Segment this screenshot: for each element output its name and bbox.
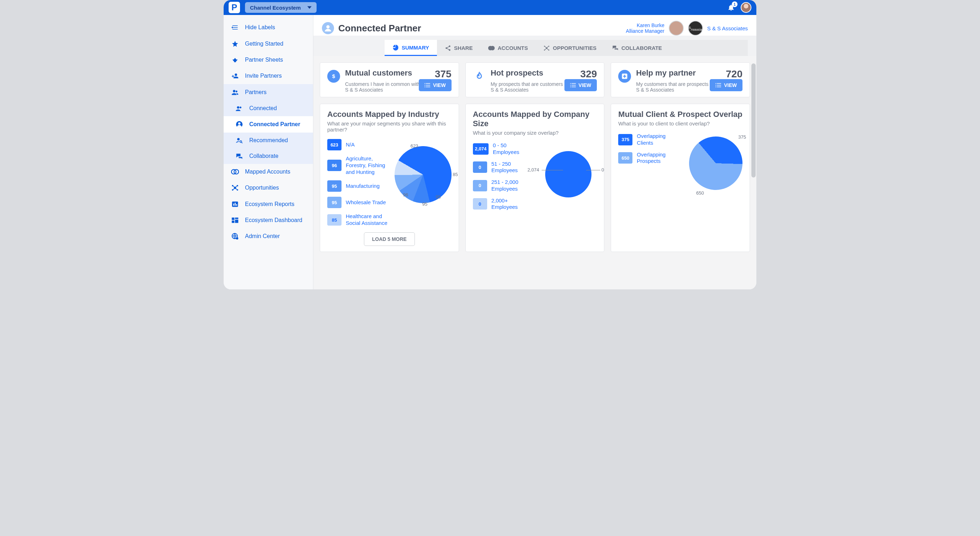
chart-title: Mutual Client & Prospect Overlap bbox=[618, 110, 743, 119]
load-more-button[interactable]: LOAD 5 MORE bbox=[364, 232, 415, 246]
scroll-area[interactable]: $ Mutual customers375 Customers I have i… bbox=[313, 56, 756, 289]
nav-label: Getting Started bbox=[245, 41, 283, 47]
sidebar-sub-connected-partner[interactable]: Connected Partner bbox=[224, 116, 313, 132]
svg-rect-20 bbox=[232, 218, 235, 220]
svg-point-25 bbox=[236, 237, 239, 240]
svg-point-8 bbox=[240, 141, 242, 142]
venn-icon bbox=[231, 169, 239, 175]
sidebar: Hide Labels Getting Started Partner Shee… bbox=[224, 15, 313, 289]
user-role: Alliance Manager bbox=[626, 28, 665, 34]
sidebar-item-getting-started[interactable]: Getting Started bbox=[224, 36, 313, 52]
chart-subtitle: What is your company size overlap? bbox=[473, 130, 597, 136]
svg-rect-17 bbox=[233, 204, 234, 206]
notifications-button[interactable]: 1 bbox=[727, 3, 735, 11]
person-search-icon bbox=[235, 137, 243, 144]
chat-icon bbox=[235, 153, 243, 159]
nav-label: Ecosystem Reports bbox=[245, 201, 294, 207]
chart-card-company-size: Accounts Mapped by Company Size What is … bbox=[465, 104, 605, 252]
sidebar-item-partners[interactable]: Partners bbox=[224, 84, 313, 100]
sidebar-item-admin-center[interactable]: Admin Center bbox=[224, 228, 313, 244]
kpi-title: Help my partner bbox=[636, 69, 696, 78]
bar-chart-icon bbox=[231, 201, 239, 208]
sidebar-hide-labels[interactable]: Hide Labels bbox=[224, 19, 313, 36]
legend-item[interactable]: 650Overlapping Prospects bbox=[618, 152, 683, 165]
svg-point-6 bbox=[238, 122, 241, 125]
header-partner-info: Karen Burke Alliance Manager S&SAssociat… bbox=[626, 21, 748, 36]
legend-item[interactable]: 623N/A bbox=[327, 139, 389, 150]
chart-subtitle: What is your to client to client overlap… bbox=[618, 120, 743, 126]
legend-item[interactable]: 95Wholesale Trade bbox=[327, 197, 389, 208]
legend-item[interactable]: 2,0740 - 50 Employees bbox=[473, 142, 535, 156]
legend-item[interactable]: 375Overlapping Clients bbox=[618, 133, 683, 147]
svg-rect-21 bbox=[235, 218, 238, 219]
tab-opportunities[interactable]: OPPORTUNITIES bbox=[536, 40, 604, 56]
kpi-title: Hot prospects bbox=[491, 69, 543, 78]
wings-icon bbox=[231, 57, 239, 63]
chart-legend: 375Overlapping Clients 650Overlapping Pr… bbox=[618, 133, 683, 193]
person-add-icon bbox=[231, 72, 239, 80]
kpi-value: 329 bbox=[581, 69, 597, 80]
sidebar-item-opportunities[interactable]: Opportunities bbox=[224, 180, 313, 196]
legend-item[interactable]: 051 - 250 Employees bbox=[473, 161, 535, 174]
sidebar-sub-collaborate[interactable]: Collaborate bbox=[224, 148, 313, 164]
tab-accounts[interactable]: ACCOUNTS bbox=[480, 40, 536, 56]
tab-collaborate[interactable]: COLLABORATE bbox=[604, 40, 670, 56]
tab-summary[interactable]: SUMMARY bbox=[385, 40, 437, 56]
svg-point-4 bbox=[240, 107, 242, 108]
kpi-hot-prospects: Hot prospects329 My prospects that are c… bbox=[465, 62, 605, 97]
sidebar-item-ecosystem-reports[interactable]: Ecosystem Reports bbox=[224, 196, 313, 212]
sidebar-item-partner-sheets[interactable]: Partner Sheets bbox=[224, 52, 313, 68]
partner-company-name: S & S Associates bbox=[707, 25, 748, 31]
svg-rect-22 bbox=[235, 220, 238, 223]
partner-tabs: SUMMARY SHARE ACCOUNTS OPPORTUNITIES COL… bbox=[385, 40, 748, 56]
network-icon bbox=[231, 184, 239, 191]
legend-item[interactable]: 0251 - 2,000 Employees bbox=[473, 179, 535, 193]
dashboard-icon bbox=[231, 217, 239, 223]
sidebar-sub-recommended[interactable]: Recommended bbox=[224, 132, 313, 148]
nav-label: Partners bbox=[245, 89, 266, 96]
view-button[interactable]: VIEW bbox=[710, 79, 743, 91]
menu-icon bbox=[231, 24, 239, 31]
chart-legend: 623N/A 96Agriculture, Forestry, Fishing … bbox=[327, 139, 389, 227]
nav-label: Opportunities bbox=[245, 185, 279, 191]
chart-card-industry: Accounts Mapped by Industry What are you… bbox=[320, 104, 459, 252]
svg-point-35 bbox=[544, 49, 545, 50]
user-avatar[interactable] bbox=[741, 2, 751, 13]
svg-point-1 bbox=[233, 90, 235, 92]
legend-item[interactable]: 95Manufacturing bbox=[327, 180, 389, 192]
user-name: Karen Burke bbox=[637, 22, 665, 28]
view-button[interactable]: VIEW bbox=[419, 79, 452, 91]
svg-point-28 bbox=[445, 47, 447, 49]
sidebar-item-invite-partners[interactable]: Invite Partners bbox=[224, 68, 313, 84]
nav-label: Admin Center bbox=[245, 233, 280, 239]
main-content: Connected Partner Karen Burke Alliance M… bbox=[313, 15, 756, 289]
view-button[interactable]: VIEW bbox=[565, 79, 597, 91]
user-photo[interactable] bbox=[669, 21, 684, 36]
legend-item[interactable]: 96Agriculture, Forestry, Fishing and Hun… bbox=[327, 155, 389, 175]
tab-share[interactable]: SHARE bbox=[437, 40, 481, 56]
workspace-selector[interactable]: Channel Ecosystem bbox=[245, 2, 317, 13]
flame-icon bbox=[473, 70, 486, 83]
svg-text:$: $ bbox=[332, 73, 336, 79]
partner-logo[interactable]: S&SAssociates bbox=[688, 21, 703, 36]
legend-item[interactable]: 02,000+ Employees bbox=[473, 198, 535, 211]
nav-label: Connected Partner bbox=[249, 121, 300, 128]
page-header: Connected Partner Karen Burke Alliance M… bbox=[313, 15, 756, 36]
svg-point-3 bbox=[237, 106, 239, 109]
dollar-icon: $ bbox=[327, 70, 340, 83]
svg-point-36 bbox=[549, 49, 549, 50]
legend-item[interactable]: 85Healthcare and Social Assistance bbox=[327, 213, 389, 227]
nav-label: Partner Sheets bbox=[245, 57, 283, 63]
plus-square-icon bbox=[618, 70, 631, 83]
nav-label: Connected bbox=[249, 105, 277, 112]
svg-point-2 bbox=[236, 91, 237, 92]
kpi-title: Mutual customers bbox=[345, 69, 412, 78]
svg-point-29 bbox=[449, 49, 450, 51]
svg-point-33 bbox=[544, 46, 545, 47]
svg-point-34 bbox=[549, 46, 549, 47]
sidebar-item-ecosystem-dashboard[interactable]: Ecosystem Dashboard bbox=[224, 212, 313, 228]
scrollbar[interactable] bbox=[751, 64, 756, 177]
sidebar-item-mapped-accounts[interactable]: Mapped Accounts bbox=[224, 164, 313, 180]
sidebar-sub-connected[interactable]: Connected bbox=[224, 100, 313, 116]
nav-label: Recommended bbox=[249, 137, 288, 144]
